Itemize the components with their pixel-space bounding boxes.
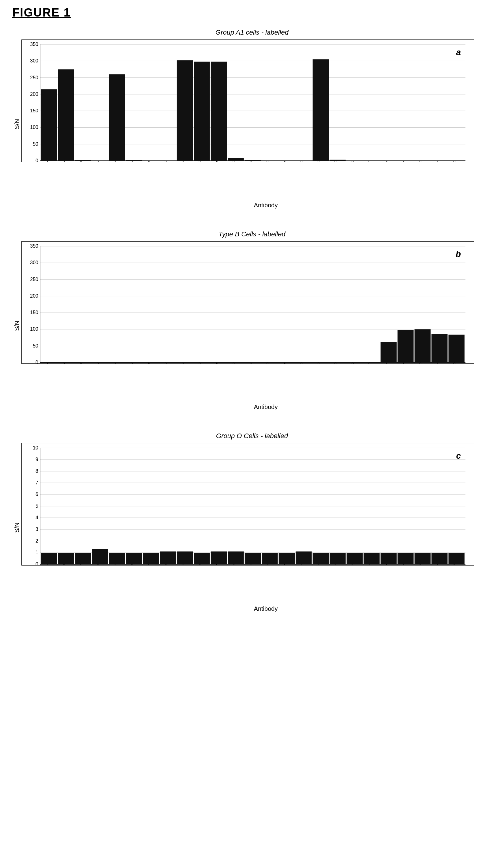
bar-chart-c-3 — [92, 549, 108, 564]
bar-chart-a-5 — [126, 160, 142, 161]
bar-chart-c-12 — [245, 553, 261, 564]
panel-label-chart-a: a — [456, 48, 461, 57]
bar-chart-b-23 — [432, 334, 447, 363]
bar-chart-a-9 — [194, 62, 210, 161]
x-axis-label-chart-c: Antibody — [40, 605, 492, 612]
chart-title-chart-b: Type B Cells - labelled — [12, 230, 492, 238]
svg-text:300: 300 — [30, 260, 38, 265]
svg-text:7: 7 — [35, 480, 38, 485]
chart-chart-c: Group O Cells - labelledS/N012345678910N… — [12, 432, 492, 612]
bar-chart-c-19 — [364, 553, 380, 564]
svg-text:6: 6 — [35, 492, 38, 497]
svg-text:300: 300 — [30, 58, 38, 63]
chart-chart-b: Type B Cells - labelledS/N05010015020025… — [12, 230, 492, 410]
bar-chart-a-4 — [109, 74, 125, 161]
svg-text:350: 350 — [30, 41, 38, 47]
y-axis-label-chart-c: S/N — [12, 443, 21, 612]
svg-text:150: 150 — [30, 310, 38, 315]
x-label-chart-b-0: NDAM1 Neat — [30, 361, 50, 364]
bar-chart-c-4 — [109, 553, 125, 564]
svg-text:200: 200 — [30, 293, 38, 299]
bar-chart-c-24 — [449, 553, 465, 564]
bar-chart-a-12 — [245, 160, 261, 161]
bar-chart-svg-chart-c: 012345678910NDAM1 NeatNDAM1 1:2NDAM1 1:4… — [21, 443, 474, 566]
svg-text:9: 9 — [35, 457, 38, 462]
bar-chart-a-16 — [313, 60, 329, 161]
svg-text:50: 50 — [33, 343, 38, 349]
bar-chart-c-5 — [126, 553, 142, 564]
svg-text:10: 10 — [33, 445, 38, 450]
bar-chart-c-22 — [415, 553, 431, 564]
svg-text:8: 8 — [35, 468, 38, 474]
svg-text:1: 1 — [35, 550, 38, 555]
svg-text:0: 0 — [35, 158, 38, 162]
bar-chart-c-15 — [296, 551, 312, 564]
svg-text:350: 350 — [30, 243, 38, 249]
x-axis-label-chart-b: Antibody — [40, 404, 492, 410]
svg-text:5: 5 — [35, 503, 38, 508]
bar-chart-c-1 — [58, 553, 74, 564]
bar-chart-c-10 — [211, 551, 227, 564]
bar-chart-a-11 — [228, 158, 244, 161]
y-axis-label-chart-a: S/N — [12, 39, 21, 209]
panel-label-chart-b: b — [456, 249, 461, 259]
bar-chart-b-21 — [398, 330, 413, 363]
bar-chart-c-18 — [347, 553, 363, 564]
svg-text:150: 150 — [30, 108, 38, 113]
svg-text:0: 0 — [35, 360, 38, 364]
bar-chart-c-0 — [41, 553, 57, 564]
bar-chart-c-21 — [398, 553, 413, 564]
svg-text:250: 250 — [30, 277, 38, 282]
bar-chart-a-17 — [330, 160, 346, 161]
svg-text:4: 4 — [35, 515, 38, 520]
svg-text:200: 200 — [30, 91, 38, 97]
svg-text:100: 100 — [30, 326, 38, 332]
chart-title-chart-a: Group A1 cells - labelled — [12, 29, 492, 36]
svg-text:250: 250 — [30, 75, 38, 80]
bar-chart-b-20 — [381, 342, 397, 363]
bar-chart-a-0 — [41, 89, 57, 161]
y-axis-label-chart-b: S/N — [12, 241, 21, 410]
bar-chart-c-6 — [143, 553, 159, 564]
bar-chart-c-13 — [262, 553, 278, 564]
svg-text:2: 2 — [35, 538, 38, 543]
panel-label-chart-c: c — [456, 451, 461, 460]
bar-chart-c-7 — [160, 551, 176, 564]
bar-chart-c-8 — [177, 551, 193, 564]
x-axis-label-chart-a: Antibody — [40, 202, 492, 209]
bar-chart-b-22 — [415, 329, 431, 363]
bar-chart-c-20 — [381, 553, 397, 564]
bar-chart-c-14 — [279, 553, 295, 564]
bar-chart-a-2 — [75, 160, 91, 161]
bar-chart-c-2 — [75, 553, 91, 564]
bar-chart-a-10 — [211, 62, 227, 161]
svg-text:100: 100 — [30, 124, 38, 130]
figure-title: FIGURE 1 — [12, 6, 492, 19]
bar-chart-svg-chart-a: 050100150200250300350NDAM1 NeatNDAM1 1:2… — [21, 39, 474, 162]
bar-chart-c-9 — [194, 553, 210, 564]
bar-chart-c-11 — [228, 551, 244, 564]
bar-chart-a-1 — [58, 69, 74, 161]
bar-chart-a-8 — [177, 60, 193, 161]
svg-text:0: 0 — [35, 561, 38, 566]
bar-chart-c-16 — [313, 553, 329, 564]
svg-text:50: 50 — [33, 141, 38, 147]
chart-chart-a: Group A1 cells - labelledS/N050100150200… — [12, 29, 492, 209]
chart-title-chart-c: Group O Cells - labelled — [12, 432, 492, 440]
bar-chart-c-23 — [432, 553, 447, 564]
bar-chart-b-24 — [449, 335, 465, 363]
bar-chart-svg-chart-b: 050100150200250300350NDAM1 NeatNDAM1 1:2… — [21, 241, 474, 364]
svg-text:3: 3 — [35, 527, 38, 532]
bar-chart-c-17 — [330, 553, 346, 564]
